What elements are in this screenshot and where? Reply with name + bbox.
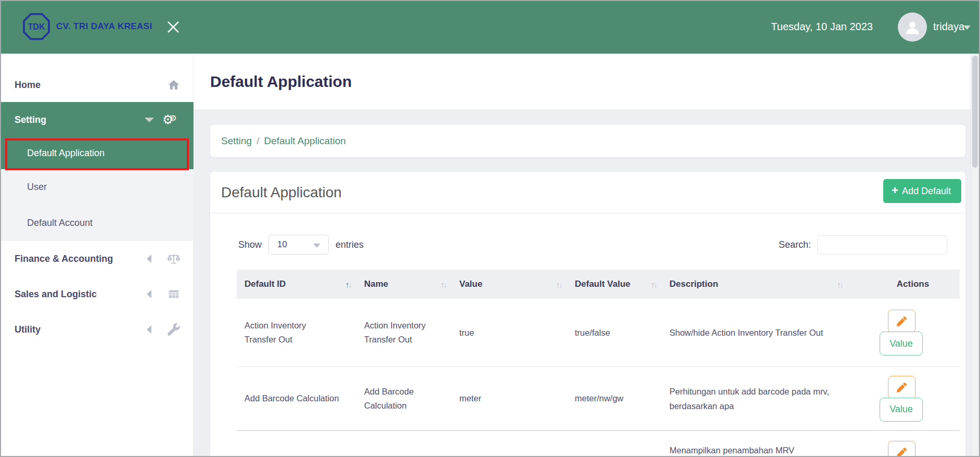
edit-button[interactable] — [888, 376, 915, 399]
panel-header: Default Application + Add Default — [210, 172, 965, 213]
search-control: Search: — [779, 230, 947, 259]
breadcrumb: Setting / Default Application — [210, 125, 965, 157]
page-size-control: Show 10 entries — [238, 230, 364, 259]
edit-button[interactable] — [888, 441, 915, 457]
top-navbar: TDK CV. TRI DAYA KREASI Tuesday, 10 Jan … — [0, 0, 980, 54]
cell-name — [356, 431, 452, 443]
avatar[interactable] — [898, 12, 927, 42]
wrench-icon — [166, 322, 182, 337]
column-header-value[interactable]: Value ↑↓ — [452, 279, 567, 289]
value-button[interactable]: Value — [880, 332, 923, 356]
user-icon — [904, 18, 921, 36]
breadcrumb-current: Default Application — [264, 135, 345, 147]
table-controls: Show 10 entries Search: — [210, 230, 965, 259]
sort-icon[interactable]: ↑↓ — [651, 280, 656, 289]
cell-name: Action Inventory Transfer Out — [364, 321, 425, 344]
company-name: CV. TRI DAYA KREASI — [56, 21, 152, 32]
sidebar-item-default-account[interactable]: Default Account — [0, 205, 194, 241]
tdk-logo-icon: TDK — [23, 13, 50, 40]
cell-actions: Value — [863, 376, 960, 422]
sidebar-item-home[interactable]: Home — [0, 68, 194, 102]
column-header-default-value[interactable]: Default Value ↑↓ — [567, 279, 662, 289]
cell-default-value: true/false — [567, 326, 662, 340]
sidebar-item-utility[interactable]: Utility — [0, 312, 194, 347]
svg-text:TDK: TDK — [28, 22, 45, 31]
main-content: Default Application Setting / Default Ap… — [194, 54, 980, 457]
cell-description: Menampilkan penambahan MRV — [662, 431, 863, 457]
plus-icon: + — [892, 185, 898, 196]
sort-icon[interactable]: ↑↓ — [837, 280, 843, 289]
cell-default-value: meter/nw/gw — [567, 391, 662, 405]
sort-icon[interactable]: ↑↓ — [556, 280, 562, 289]
select-caret-icon — [313, 244, 320, 248]
scales-icon — [166, 251, 182, 266]
panel-title: Default Application — [221, 172, 342, 213]
chevron-left-icon — [147, 290, 151, 298]
cell-default-id: Add Barcode Calculation — [237, 391, 356, 405]
value-button[interactable]: Value — [880, 398, 923, 422]
pencil-icon — [897, 316, 907, 326]
cell-description: Show/hide Action Inventory Transfer Out — [662, 326, 863, 340]
home-icon — [166, 77, 182, 93]
table-icon — [166, 286, 182, 302]
table-header-row: Default ID ↑↓ Name ↑↓ Value ↑↓ Default V… — [237, 270, 960, 299]
cell-value: true — [452, 326, 567, 340]
cell-default-id: Action Inventory Transfer Out — [244, 319, 323, 347]
column-header-default-id[interactable]: Default ID ↑↓ — [237, 279, 356, 289]
sidebar-toggle-close-icon[interactable] — [165, 19, 181, 35]
scrollbar-thumb[interactable] — [972, 56, 978, 168]
gears-icon: ⚙⚙ — [162, 112, 185, 127]
sidebar: Home Setting ⚙⚙ Default Application User… — [0, 54, 194, 457]
cell-description: Perhitungan untuk add barcode pada mrv, … — [669, 384, 831, 413]
username[interactable]: tridaya — [933, 0, 964, 54]
vertical-scrollbar[interactable] — [971, 54, 979, 456]
page-title: Default Application — [210, 54, 352, 109]
brand[interactable]: TDK CV. TRI DAYA KREASI — [23, 13, 152, 40]
search-input[interactable] — [817, 235, 947, 255]
page-size-select[interactable]: 10 — [268, 235, 329, 255]
sidebar-item-user[interactable]: User — [0, 169, 194, 205]
cell-name: Add Barcode Calculation — [364, 387, 414, 410]
cell-default-value — [567, 431, 662, 443]
table-row: Add Barcode Calculation Add Barcode Calc… — [237, 367, 960, 431]
breadcrumb-setting-link[interactable]: Setting — [221, 135, 252, 147]
chevron-down-icon — [145, 118, 154, 122]
chevron-left-icon — [147, 255, 151, 263]
user-menu-caret-icon[interactable] — [963, 26, 971, 30]
column-header-description[interactable]: Description ↑↓ — [662, 279, 863, 289]
app-window: TDK CV. TRI DAYA KREASI Tuesday, 10 Jan … — [0, 0, 980, 457]
default-application-panel: Default Application + Add Default Show 1… — [210, 172, 965, 457]
column-header-name[interactable]: Name ↑↓ — [356, 279, 452, 289]
sidebar-item-setting[interactable]: Setting ⚙⚙ — [0, 102, 194, 137]
sidebar-item-finance-accounting[interactable]: Finance & Accounting — [0, 241, 194, 276]
entries-label: entries — [336, 239, 364, 250]
edit-button[interactable] — [888, 310, 915, 333]
default-application-table: Default ID ↑↓ Name ↑↓ Value ↑↓ Default V… — [237, 270, 960, 457]
current-date: Tuesday, 10 Jan 2023 — [771, 0, 873, 54]
cell-value — [452, 431, 567, 443]
table-row: Menampilkan penambahan MRV Value — [237, 431, 960, 457]
breadcrumb-separator: / — [256, 135, 259, 147]
table-row: Action Inventory Transfer Out Action Inv… — [237, 299, 960, 367]
cell-value: meter — [452, 391, 567, 405]
sort-icon[interactable]: ↑↓ — [441, 280, 446, 289]
chevron-left-icon — [147, 325, 151, 334]
sort-icon[interactable]: ↑↓ — [345, 280, 351, 289]
cell-actions: Value — [863, 431, 960, 457]
cell-default-id — [237, 431, 356, 443]
sidebar-item-sales-logistic[interactable]: Sales and Logistic — [0, 276, 194, 312]
show-label: Show — [238, 239, 262, 250]
page-title-bar: Default Application — [194, 54, 980, 109]
add-default-button[interactable]: + Add Default — [883, 179, 961, 203]
column-header-actions: Actions — [863, 279, 960, 289]
pencil-icon — [897, 383, 907, 392]
search-label: Search: — [779, 239, 811, 250]
cell-actions: Value — [863, 310, 960, 356]
pencil-icon — [897, 448, 907, 457]
sidebar-item-default-application[interactable]: Default Application — [0, 137, 194, 169]
